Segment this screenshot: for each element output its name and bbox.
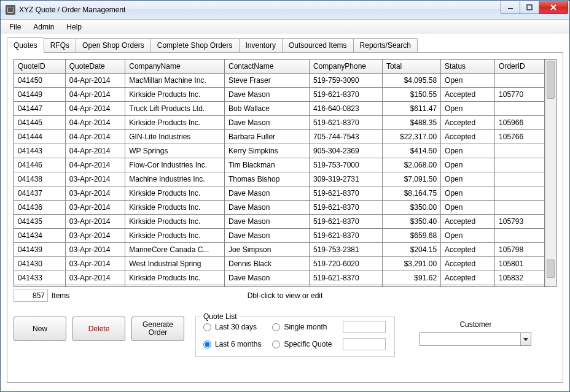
cell-company: Kirkside Products Inc. <box>125 215 225 229</box>
tab-outsourced-items[interactable]: Outsourced Items <box>282 38 354 52</box>
grid-header-row: QuoteID QuoteDate CompanyName ContactNam… <box>14 60 545 74</box>
radio-single-month-input[interactable] <box>272 323 280 331</box>
cell-contact: Joe Simpson <box>225 243 310 257</box>
tab-open-shop-orders[interactable]: Open Shop Orders <box>76 38 151 52</box>
tab-inventory[interactable]: Inventory <box>239 38 283 52</box>
cell-quote_date: 03-Apr-2014 <box>65 243 125 257</box>
table-row[interactable]: 04144704-Apr-2014Truck Lift Products Ltd… <box>14 102 545 116</box>
cell-contact: Dave Mason <box>225 201 310 215</box>
scrollbar-thumb-lower[interactable] <box>547 259 555 278</box>
radio-last-6-months-input[interactable] <box>203 340 211 348</box>
radio-last-6-months[interactable]: Last 6 months <box>203 340 261 348</box>
cell-quote_id: 041443 <box>14 144 65 158</box>
quote-list-group: Quote List Last 30 days Single month <box>195 317 395 357</box>
col-contact-name[interactable]: ContactName <box>225 60 310 74</box>
menu-file[interactable]: File <box>3 21 27 33</box>
table-row[interactable]: 04143703-Apr-2014Kirkside Products Inc.D… <box>14 186 545 201</box>
cell-phone: 519-621-8370 <box>309 271 382 285</box>
table-row[interactable]: 04143003-Apr-2014West Industrial SpringD… <box>14 257 545 271</box>
generate-order-button[interactable]: Generate Order <box>131 317 184 341</box>
cell-company: Kirkside Products Inc. <box>125 229 225 243</box>
cell-quote_id: 041435 <box>14 215 65 229</box>
grid-hint: Dbl-click to view or edit <box>14 291 556 300</box>
radio-specific-quote-label: Specific Quote <box>284 340 332 348</box>
cell-contact: Dave Mason <box>225 215 310 229</box>
col-status[interactable]: Status <box>441 60 495 74</box>
cell-company: Flow-Cor Industries Inc. <box>125 158 225 172</box>
cell-quote_id: 041449 <box>14 88 65 102</box>
col-company-name[interactable]: CompanyName <box>125 60 225 74</box>
menu-help[interactable]: Help <box>60 21 88 33</box>
cell-status: Open <box>441 186 495 201</box>
single-month-input[interactable] <box>343 321 386 333</box>
cell-contact: Bob Wallace <box>225 102 310 116</box>
col-quote-id[interactable]: QuoteID <box>14 60 65 74</box>
cell-order_id: 105793 <box>495 215 545 229</box>
cell-order_id <box>495 102 545 116</box>
table-row[interactable]: 04144404-Apr-2014GIN-Lite IndustriesBarb… <box>14 130 545 144</box>
cell-status: Accepted <box>441 257 495 271</box>
delete-button[interactable]: Delete <box>72 317 125 341</box>
minimize-button[interactable] <box>501 1 520 14</box>
col-order-id[interactable]: OrderID <box>495 60 545 74</box>
radio-single-month[interactable]: Single month <box>272 323 332 331</box>
minimize-icon <box>507 4 513 10</box>
cell-quote_date: 03-Apr-2014 <box>65 271 125 285</box>
quotes-grid[interactable]: QuoteID QuoteDate CompanyName ContactNam… <box>14 60 545 287</box>
tab-reports-search[interactable]: Reports/Search <box>353 38 418 52</box>
maximize-button[interactable] <box>520 1 539 14</box>
radio-specific-quote-input[interactable] <box>272 340 280 348</box>
customer-combo[interactable] <box>420 332 531 346</box>
table-row[interactable]: 04142903-Apr-2014Kirkside Products Inc.D… <box>14 285 545 288</box>
grid-vertical-scrollbar[interactable] <box>545 60 556 286</box>
tab-complete-shop-orders[interactable]: Complete Shop Orders <box>150 38 240 52</box>
tab-quotes[interactable]: Quotes <box>7 37 44 53</box>
radio-last-30-days[interactable]: Last 30 days <box>203 323 261 331</box>
cell-phone: 705-744-7543 <box>309 130 382 144</box>
cell-quote_date: 03-Apr-2014 <box>65 201 125 215</box>
close-button[interactable] <box>539 1 568 14</box>
maximize-icon <box>526 4 533 10</box>
menu-admin[interactable]: Admin <box>27 21 60 33</box>
radio-last-30-days-input[interactable] <box>203 323 211 331</box>
cell-status: Accepted <box>441 116 495 130</box>
new-button[interactable]: New <box>14 317 66 341</box>
table-row[interactable]: 04144904-Apr-2014Kirkside Products Inc.D… <box>14 88 545 102</box>
table-row[interactable]: 04144504-Apr-2014Kirkside Products Inc.D… <box>14 116 545 130</box>
cell-company: MacMillan Machine Inc. <box>125 74 225 88</box>
cell-total: $3,291.00 <box>382 257 440 271</box>
tab-strip: Quotes RFQs Open Shop Orders Complete Sh… <box>1 34 569 52</box>
table-row[interactable]: 04143303-Apr-2014Kirkside Products Inc.D… <box>14 271 545 285</box>
table-row[interactable]: 04144304-Apr-2014WP SpringsKerry Simpkin… <box>14 144 545 158</box>
table-row[interactable]: 04143803-Apr-2014Machine Industries Inc.… <box>14 172 545 186</box>
cell-contact: Kerry Simpkins <box>225 144 310 158</box>
cell-status: Open <box>441 201 495 215</box>
cell-quote_date: 03-Apr-2014 <box>65 229 125 243</box>
col-total[interactable]: Total <box>382 60 440 74</box>
table-row[interactable]: 04143903-Apr-2014MarineCore Canada C...J… <box>14 243 545 257</box>
table-row[interactable]: 04145004-Apr-2014MacMillan Machine Inc.S… <box>14 74 545 88</box>
scrollbar-thumb[interactable] <box>547 61 555 99</box>
cell-order_id <box>495 158 545 172</box>
cell-status: Open <box>441 172 495 186</box>
radio-specific-quote[interactable]: Specific Quote <box>272 340 332 348</box>
window-title: XYZ Quote / Order Management <box>19 6 125 14</box>
app-icon <box>6 5 15 15</box>
tab-rfqs[interactable]: RFQs <box>44 38 76 52</box>
table-row[interactable]: 04143403-Apr-2014Kirkside Products Inc.D… <box>14 229 545 243</box>
cell-contact: Dave Mason <box>225 229 310 243</box>
col-company-phone[interactable]: CompanyPhone <box>309 60 382 74</box>
customer-block: Customer <box>420 317 531 346</box>
cell-quote_date: 03-Apr-2014 <box>65 186 125 201</box>
cell-order_id: 105770 <box>495 88 545 102</box>
cell-total: $350.40 <box>382 215 440 229</box>
specific-quote-input[interactable] <box>343 338 386 350</box>
table-row[interactable]: 04144604-Apr-2014Flow-Cor Industries Inc… <box>14 158 545 172</box>
cell-contact: Barbara Fuller <box>225 130 310 144</box>
title-bar: XYZ Quote / Order Management <box>1 1 569 20</box>
cell-status: Open <box>441 158 495 172</box>
table-row[interactable]: 04143603-Apr-2014Kirkside Products Inc.D… <box>14 201 545 215</box>
cell-order_id: 105766 <box>495 130 545 144</box>
table-row[interactable]: 04143503-Apr-2014Kirkside Products Inc.D… <box>14 215 545 229</box>
col-quote-date[interactable]: QuoteDate <box>65 60 125 74</box>
